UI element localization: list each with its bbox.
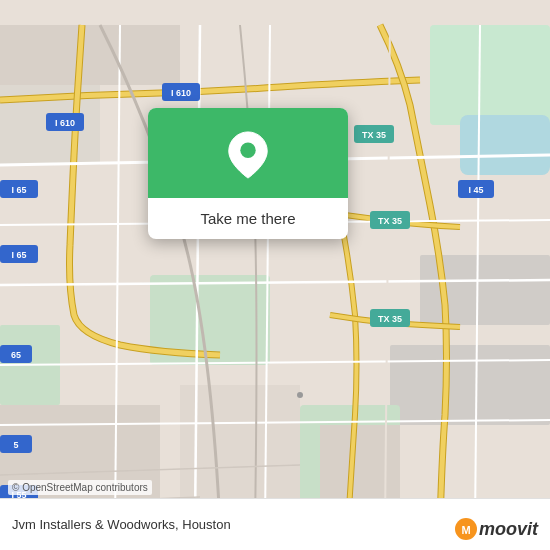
svg-text:I 65: I 65 [11, 250, 26, 260]
svg-rect-3 [390, 345, 550, 425]
svg-rect-7 [460, 115, 550, 175]
location-pin-icon [226, 130, 270, 180]
svg-rect-8 [0, 25, 180, 85]
svg-point-35 [297, 392, 303, 398]
svg-text:I 45: I 45 [468, 185, 483, 195]
svg-rect-6 [430, 25, 550, 125]
location-label: Jvm Installers & Woodworks, Houston [12, 517, 231, 532]
svg-text:M: M [461, 524, 470, 536]
moovit-text: moovit [479, 519, 538, 540]
map-container: I 610 I 610 I 45 TX 35 TX 35 TX 35 I 65 … [0, 0, 550, 550]
svg-point-36 [240, 143, 255, 158]
take-me-there-button[interactable]: Take me there [148, 198, 348, 239]
svg-text:I 610: I 610 [55, 118, 75, 128]
svg-text:I 65: I 65 [11, 185, 26, 195]
popup-green-area [148, 108, 348, 198]
osm-attribution: © OpenStreetMap contributors [8, 480, 152, 495]
svg-text:65: 65 [11, 350, 21, 360]
footer: Jvm Installers & Woodworks, Houston M mo… [0, 498, 550, 550]
svg-text:TX 35: TX 35 [378, 216, 402, 226]
svg-text:TX 35: TX 35 [362, 130, 386, 140]
svg-text:TX 35: TX 35 [378, 314, 402, 324]
moovit-logo-icon: M [455, 518, 477, 540]
moovit-logo: M moovit [455, 518, 538, 540]
map-svg: I 610 I 610 I 45 TX 35 TX 35 TX 35 I 65 … [0, 0, 550, 550]
popup-card: Take me there [148, 108, 348, 239]
svg-text:I 610: I 610 [171, 88, 191, 98]
svg-text:5: 5 [13, 440, 18, 450]
